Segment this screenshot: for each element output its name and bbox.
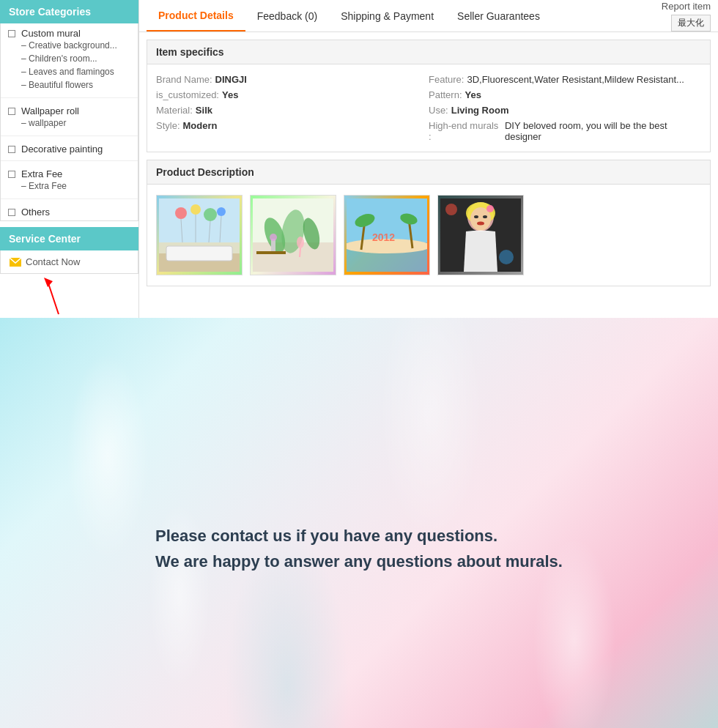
svg-line-1	[48, 281, 59, 314]
svg-rect-6	[166, 246, 232, 261]
product-description-section: Product Description	[147, 160, 711, 286]
specifics-grid: Brand Name: DINGJI is_customized: Yes Ma…	[147, 64, 710, 152]
sidebar-section-title-extra-fee[interactable]: Extra Fee	[8, 168, 130, 179]
tabs-bar: Product Details Feedback (0) Shipping & …	[139, 0, 718, 32]
specs-right-col: Feature: 3D,Fluorescent,Water Resistant,…	[429, 72, 701, 144]
sidebar-section-decorative: Decorative painting	[1, 139, 138, 157]
mail-icon	[10, 258, 21, 267]
spec-row-pattern: Pattern: Yes	[429, 87, 701, 103]
spec-value: Silk	[196, 105, 212, 116]
store-categories-header: Store Categories	[0, 0, 138, 23]
svg-point-8	[190, 204, 201, 215]
svg-point-20	[297, 237, 304, 248]
svg-point-7	[175, 207, 187, 219]
spec-label: Use:	[429, 105, 448, 116]
expand-icon	[8, 171, 15, 178]
spec-row-feature: Feature: 3D,Fluorescent,Water Resistant,…	[429, 72, 701, 87]
svg-point-38	[483, 215, 487, 218]
banner-line1: Please contact us if you have any questi…	[155, 523, 563, 549]
sidebar-section-others: Others	[1, 202, 138, 220]
svg-point-37	[474, 215, 478, 218]
sidebar-sub-item[interactable]: – Creative background...	[8, 39, 130, 52]
spec-label: Brand Name:	[156, 74, 212, 85]
spec-value: Yes	[465, 89, 481, 100]
svg-point-10	[217, 207, 226, 216]
spec-value: Yes	[222, 89, 238, 100]
svg-marker-2	[44, 278, 53, 287]
tab-product-details[interactable]: Product Details	[147, 1, 245, 31]
service-center-header: Service Center	[0, 227, 138, 250]
banner-text: Please contact us if you have any questi…	[97, 523, 621, 574]
sidebar-section-extra-fee: Extra Fee – Extra Fee	[1, 164, 138, 196]
product-description-header: Product Description	[147, 160, 710, 185]
maximize-button[interactable]: 最大化	[671, 15, 711, 31]
sidebar-menu: Custom mural – Creative background... – …	[0, 23, 138, 221]
expand-icon	[8, 209, 15, 216]
spec-row-high-end: High-end murals : DIY beloved room, you …	[429, 118, 701, 144]
spec-label: Material:	[156, 105, 193, 116]
sidebar-section-title-decorative[interactable]: Decorative painting	[8, 144, 130, 155]
svg-point-40	[486, 205, 494, 212]
svg-point-42	[499, 250, 514, 264]
svg-point-39	[477, 222, 484, 226]
tab-seller-guarantees[interactable]: Seller Guarantees	[445, 1, 552, 31]
product-image-2	[250, 195, 336, 275]
spec-label: Feature:	[429, 74, 464, 85]
main-layout: Store Categories Custom mural – Creative…	[0, 0, 718, 318]
svg-point-9	[204, 208, 217, 221]
spec-row-brand: Brand Name: DINGJI	[156, 72, 429, 87]
specs-left-col: Brand Name: DINGJI is_customized: Yes Ma…	[156, 72, 429, 144]
sidebar-section-wallpaper: Wallpaper roll – wallpaper	[1, 101, 138, 133]
sidebar-sub-item[interactable]: – Leaves and flamingos	[8, 65, 130, 78]
tab-feedback[interactable]: Feedback (0)	[245, 1, 329, 31]
spec-value: DINGJI	[215, 74, 247, 85]
product-images: 2012	[147, 185, 710, 286]
spec-label: is_customized:	[156, 89, 219, 100]
product-image-4	[437, 195, 524, 275]
sidebar-section-custom-mural: Custom mural – Creative background... – …	[1, 23, 138, 94]
item-specifics-section: Item specifics Brand Name: DINGJI is_cus…	[147, 40, 711, 152]
main-content: Product Details Feedback (0) Shipping & …	[139, 0, 718, 318]
svg-point-24	[270, 234, 277, 241]
spec-row-material: Material: Silk	[156, 103, 429, 118]
report-item-link[interactable]: Report item	[662, 1, 711, 12]
sidebar: Store Categories Custom mural – Creative…	[0, 0, 139, 318]
product-image-1	[156, 195, 243, 275]
contact-now-button[interactable]: Contact Now	[0, 250, 138, 274]
sidebar-section-title-others[interactable]: Others	[8, 207, 130, 218]
sidebar-section-title-wallpaper[interactable]: Wallpaper roll	[8, 105, 130, 116]
expand-icon	[8, 30, 15, 37]
spec-value: Modern	[183, 120, 218, 131]
svg-rect-22	[256, 251, 286, 254]
spec-row-customized: is_customized: Yes	[156, 87, 429, 103]
spec-value: DIY beloved room, you will be the best d…	[505, 120, 701, 142]
spec-label: Style:	[156, 120, 180, 131]
spec-label: Pattern:	[429, 89, 462, 100]
svg-point-41	[445, 204, 457, 215]
sidebar-sub-item[interactable]: – Children's room...	[8, 52, 130, 65]
banner-line2: We are happy to answer any questions abo…	[155, 549, 563, 574]
spec-row-use: Use: Living Room	[429, 103, 701, 118]
sidebar-sub-item[interactable]: – Beautiful flowers	[8, 78, 130, 92]
lower-banner: Please contact us if you have any questi…	[0, 318, 718, 728]
spec-value: 3D,Fluorescent,Water Resistant,Mildew Re…	[467, 74, 684, 85]
expand-icon	[8, 108, 15, 115]
sidebar-sub-item[interactable]: – wallpaper	[8, 116, 130, 130]
product-image-3: 2012	[344, 195, 430, 275]
svg-line-21	[300, 248, 300, 257]
spec-row-style: Style: Modern	[156, 118, 429, 133]
spec-value: Living Room	[451, 105, 509, 116]
report-item-area: Report item 最大化	[662, 1, 711, 31]
expand-icon	[8, 146, 15, 153]
arrow-annotation	[0, 274, 139, 318]
sidebar-section-title-custom-mural[interactable]: Custom mural	[8, 28, 130, 39]
sidebar-sub-item[interactable]: – Extra Fee	[8, 179, 130, 193]
svg-text:2012: 2012	[372, 231, 395, 243]
item-specifics-header: Item specifics	[147, 40, 710, 64]
spec-label: High-end murals :	[429, 120, 502, 142]
tab-shipping-payment[interactable]: Shipping & Payment	[329, 1, 445, 31]
